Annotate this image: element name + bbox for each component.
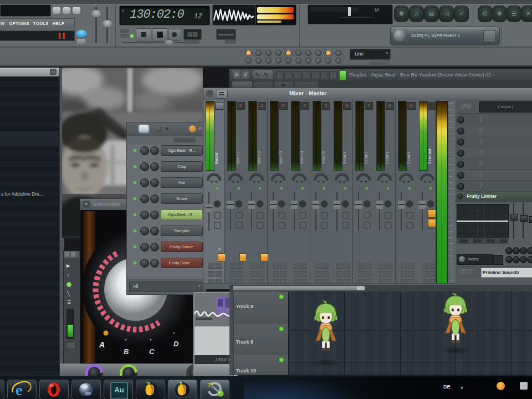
svg-text:D: D (173, 340, 179, 348)
svg-text:77: 77 (208, 382, 213, 388)
svg-text:B: B (124, 347, 129, 356)
svg-text:A: A (99, 340, 105, 349)
svg-text:C: C (149, 347, 155, 356)
